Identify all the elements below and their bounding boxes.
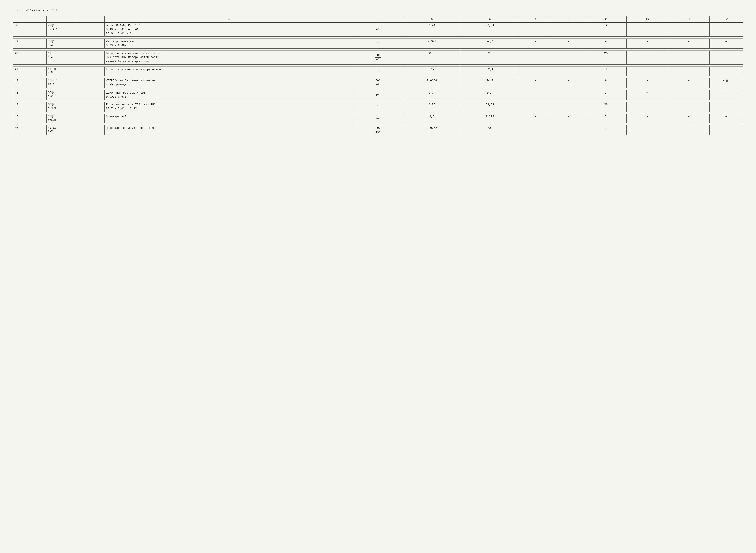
row-description: Бетон М-150, Мрз-150 0,40 x I,015 = 0,41…: [105, 22, 353, 36]
row-code: 37-7I9 65-6: [47, 78, 105, 88]
row-code: ССЦМ п.9-96: [47, 102, 105, 112]
row-col8: –: [552, 102, 586, 112]
row-col6: 24,4: [461, 90, 519, 100]
row-col8: –: [552, 125, 586, 135]
row-code: ССЦМ п.2-4: [47, 38, 105, 48]
row-col9: I: [585, 114, 626, 123]
row-col11: –: [668, 51, 709, 65]
row-unit: I00м³: [353, 78, 403, 88]
row-col11: –: [668, 66, 709, 76]
table-row: 38.ССЦМ п. I-4Бетон М-150, Мрз-150 0,40 …: [13, 22, 743, 36]
row-number: 38.: [13, 22, 47, 36]
row-col6: 62,I: [461, 66, 519, 76]
row-description: Раствор цементный 0,69 x 0,004: [105, 38, 353, 48]
row-col6: 28,64: [461, 22, 519, 36]
col-header-7: 7: [519, 16, 552, 23]
row-col7: –: [519, 90, 552, 100]
row-col12: –: [709, 114, 743, 123]
col-header-8: 8: [552, 16, 586, 23]
row-col12: –: [709, 125, 743, 135]
col-header-4: 4: [353, 16, 403, 23]
row-number: 39.: [13, 38, 47, 48]
table-row: 46.4I-I2 2-7Прокладка из двух слоев толя…: [13, 125, 743, 135]
row-col11: –: [668, 78, 709, 88]
row-col11: –: [668, 38, 709, 48]
row-col5: 0,5: [403, 51, 461, 65]
row-col7: –: [519, 22, 552, 36]
row-description: УСТРОйство бетонных упоров на трубопрово…: [105, 78, 353, 88]
row-col11: –: [668, 22, 709, 36]
row-col10: ~: [627, 90, 668, 100]
row-unit: I00м²: [353, 51, 403, 65]
row-description: Арматура А-I: [105, 114, 353, 123]
row-unit: м³: [353, 90, 403, 100]
row-col12: –: [709, 66, 743, 76]
table-row: 42.37-7I9 65-6УСТРОйство бетонных упоров…: [13, 78, 743, 88]
col-header-9: 9: [585, 16, 626, 23]
row-col8: –: [552, 22, 586, 36]
row-number: 4I.: [13, 66, 47, 76]
col-header-2: 2: [47, 16, 105, 23]
spacer-row: [13, 112, 743, 114]
col-header-10: I0: [627, 16, 668, 23]
row-description: Бетонные упоры М-I50, Мрз-I50 62,7 + I,0…: [105, 102, 353, 112]
row-unit: ": [353, 102, 403, 112]
row-number: 45.: [13, 114, 47, 123]
row-col12: –: [709, 22, 743, 36]
row-col6: 52,9: [461, 51, 519, 65]
row-col8: –: [552, 51, 586, 65]
row-number: 43.: [13, 90, 47, 100]
row-col9: –: [585, 38, 626, 48]
row-col7: –: [519, 114, 552, 123]
row-col10: –: [627, 51, 668, 65]
row-col12: –: [709, 102, 743, 112]
row-unit: ": [353, 38, 403, 48]
table-row: 44.ССЦМ п.9-96Бетонные упоры М-I50, Мрз-…: [13, 102, 743, 112]
row-col7: –: [519, 51, 552, 65]
row-col10: –: [627, 66, 668, 76]
col-header-11: II: [668, 16, 709, 23]
row-number: 40.: [13, 51, 47, 65]
spacer-row: [13, 36, 743, 38]
table-header-row: I 2 3 4 5 6 7 8 9 I0 II I2: [13, 16, 743, 23]
row-col12: – §о: [709, 78, 743, 88]
row-col6: 0,229: [461, 114, 519, 123]
row-col5: 0,56: [403, 102, 461, 112]
row-col10: –: [627, 22, 668, 36]
table-row: 4I.4I-28 4-5То же, вертикальных поверхно…: [13, 66, 743, 76]
row-number: 44.: [13, 102, 47, 112]
row-col11: –: [668, 90, 709, 100]
row-code: ССЦМ стр.8: [47, 114, 105, 123]
row-col9: 8: [585, 78, 626, 88]
table-row: 40.4I-24 4-IОкрасочная изоляция горизонт…: [13, 51, 743, 65]
row-unit: м³: [353, 22, 403, 36]
row-col5: 0,0062: [403, 125, 461, 135]
row-description: Цементный раствор М-I00 0,0056 x 6,3: [105, 90, 353, 100]
page-header: т.п.р. 411-03-4 н.к. III: [13, 9, 743, 12]
col-header-6: 6: [461, 16, 519, 23]
row-number: 42.: [13, 78, 47, 88]
row-col5: 0,177: [403, 66, 461, 76]
row-col12: –: [709, 51, 743, 65]
row-code: ССЦМ п.2-4: [47, 90, 105, 100]
row-col7: –: [519, 102, 552, 112]
spacer-row: [13, 88, 743, 90]
row-col5: 0,41: [403, 22, 461, 36]
row-col9: 26: [585, 51, 626, 65]
row-col7: –: [519, 125, 552, 135]
row-col10: –: [627, 114, 668, 123]
row-code: ССЦМ п. I-4: [47, 22, 105, 36]
row-code: 4I-28 4-5: [47, 66, 105, 76]
col-header-3: 3: [105, 16, 353, 23]
col-header-12: I2: [709, 16, 743, 23]
row-col10: –: [627, 102, 668, 112]
row-col9: I: [585, 90, 626, 100]
row-col10: –: [627, 38, 668, 48]
row-unit: ": [353, 66, 403, 76]
row-col9: II: [585, 66, 626, 76]
row-col6: 63,92: [461, 102, 519, 112]
row-col6: 202: [461, 125, 519, 135]
row-col9: I: [585, 125, 626, 135]
row-col6: 24,4: [461, 38, 519, 48]
row-unit: кг: [353, 114, 403, 123]
